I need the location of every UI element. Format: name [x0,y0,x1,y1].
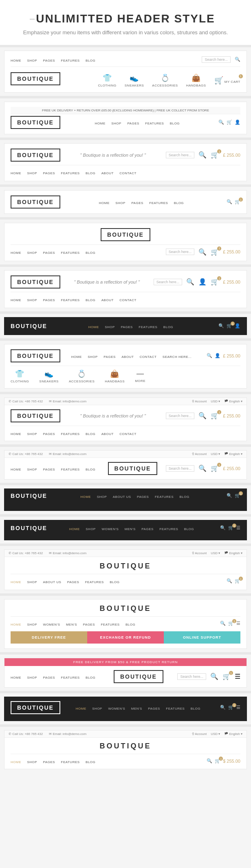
nav-mens-14[interactable]: MEN'S [66,623,77,626]
nav-shop-5[interactable]: SHOP [27,251,37,255]
menu-icon-15[interactable]: ☰ [235,673,240,680]
nav-shop-16[interactable]: SHOP [92,707,102,710]
delivery-btn[interactable]: DELIVERY FREE [11,631,87,644]
nav-home-15[interactable]: HOME [11,676,21,679]
cart-16[interactable]: 🛒 1 [228,705,234,710]
cat-sneakers[interactable]: 👟 SNEAKERS [125,73,144,87]
cart-9[interactable]: 🛒 1 [211,412,219,420]
user-icon-2[interactable]: 👤 [235,120,240,125]
nav-shop-14[interactable]: SHOP [27,623,37,626]
nav-features-5[interactable]: FEATURES [61,251,80,255]
logo-3[interactable]: BOUTIQUE [11,149,60,162]
nav-pages-5[interactable]: PAGES [43,251,55,255]
search-icon-5[interactable]: 🔍 [198,248,207,256]
email-17[interactable]: ✉ Email: info@demo.com [49,732,86,736]
nav-home-9[interactable]: HOME [11,432,21,436]
nav-home-17[interactable]: HOME [11,760,21,764]
search-input-9[interactable]: Search here... [166,413,195,419]
nav-pages-6[interactable]: PAGES [43,298,55,302]
menu-icon-12[interactable]: ☰ [236,525,240,531]
search-input-3[interactable]: Search here... [166,152,195,158]
nav-shop-2[interactable]: SHOP [111,122,121,125]
user-icon-8[interactable]: 👤 [215,353,220,358]
cat-handbags-8[interactable]: 👜 HANDBAGS [105,369,125,383]
nav-pages-4[interactable]: PAGES [131,201,143,205]
logo-11[interactable]: BOUTIQUE [11,493,47,499]
nav-blog-2[interactable]: BLOG [170,122,180,125]
nav-home-12[interactable]: HOME [69,527,80,531]
search-icon-4[interactable]: 🔍 [227,199,232,204]
nav-pages-8[interactable]: PAGES [103,355,115,359]
nav-features-14[interactable]: FEATURES [101,623,119,626]
email-9[interactable]: ✉ Email: info@demo.com [49,400,86,403]
nav-home-10[interactable]: HOME [11,468,21,471]
cart-17[interactable]: 🛒 1 [215,758,220,764]
logo-8[interactable]: BOUTIQUE [11,349,60,362]
logo-9[interactable]: BOUTIQUE [11,409,60,422]
logo-13[interactable]: BOUTIQUE [99,562,151,571]
nav-home-2[interactable]: HOME [95,122,106,125]
nav-contact-3[interactable]: CONTACT [119,171,137,175]
nav-shop-10[interactable]: SHOP [27,468,37,471]
cart-11[interactable]: 🛒 1 [235,493,240,498]
nav-features-8[interactable]: ABOUT [121,355,134,359]
email-10[interactable]: ✉ Email: info@demo.com [49,452,86,456]
nav-home-6[interactable]: HOME [11,298,21,302]
nav-blog-8[interactable]: CONTACT [140,355,157,359]
nav-aboutus-13[interactable]: ABOUT US [43,580,62,584]
cat-cart[interactable]: 🛒 1 MY CART [214,76,240,85]
cart-15[interactable]: 🛒 1 [222,673,231,680]
currency-9[interactable]: USD ▾ [211,400,220,403]
nav-home-14[interactable]: HOME [11,623,21,626]
account-13[interactable]: ⚲ Account [192,551,207,555]
nav-shop-12[interactable]: SHOP [86,527,96,531]
nav-features-15[interactable]: FEATURES [61,676,80,679]
nav-pages-10[interactable]: PAGES [43,468,55,471]
nav-features-12[interactable]: FEATURES [159,527,178,531]
nav-shop-1[interactable]: SHOP [27,59,37,62]
search-icon-13[interactable]: 🔍 [227,578,232,584]
nav-shop-15[interactable]: SHOP [27,676,37,679]
nav-pages-1[interactable]: PAGES [43,59,55,62]
search-icon-16[interactable]: 🔍 [220,705,226,710]
search-input-15[interactable]: Search here... [177,673,206,680]
nav-pages-2[interactable]: PAGES [127,122,139,125]
search-icon-14[interactable]: 🔍 [220,621,226,626]
nav-about-6[interactable]: ABOUT [101,298,114,302]
cart-4[interactable]: 🛒 1 [235,199,240,204]
nav-pages-13[interactable]: PAGES [67,580,79,584]
search-icon-6[interactable]: 🔍 [186,278,194,286]
nav-contact-9[interactable]: CONTACT [119,432,137,436]
nav-pages-3[interactable]: PAGES [43,171,55,175]
nav-blog-9[interactable]: BLOG [86,432,95,436]
nav-pages-17[interactable]: PAGES [43,760,55,764]
nav-home-16[interactable]: HOME [76,707,86,710]
nav-blog-15[interactable]: BLOG [86,676,95,679]
phone-17[interactable]: ✆ Call Us: +86 765 432 [9,732,43,736]
nav-about-9[interactable]: ABOUT [101,432,114,436]
nav-blog-5[interactable]: BLOG [86,251,95,255]
nav-blog-6[interactable]: BLOG [86,298,95,302]
nav-blog-4[interactable]: BLOG [174,201,184,205]
search-icon-8[interactable]: 🔍 [207,353,212,358]
phone-13[interactable]: ✆ Call Us: +86 765 432 [9,551,43,555]
cat-clothing-8[interactable]: 👕 CLOTHING [11,369,29,383]
nav-blog-17[interactable]: BLOG [86,760,95,764]
nav-features-7[interactable]: FEATURES [139,325,157,329]
language-13[interactable]: 🏴 English ▾ [224,551,242,555]
currency-13[interactable]: USD ▾ [211,551,220,555]
cat-sneakers-8[interactable]: 👟 SNEAKERS [39,369,59,383]
exchange-btn[interactable]: EXCHANGE OR REFUND [87,631,164,644]
nav-blog-12[interactable]: BLOG [184,527,194,531]
nav-shop-4[interactable]: SHOP [115,201,126,205]
nav-pages-7[interactable]: PAGES [121,325,132,329]
search-input-6[interactable]: Search here... [154,279,183,285]
nav-blog-10[interactable]: BLOG [86,468,95,471]
nav-home-5[interactable]: HOME [11,251,21,255]
currency-10[interactable]: USD ▾ [211,452,220,456]
language-17[interactable]: 🏴 English ▾ [224,732,242,736]
email-13[interactable]: ✉ Email: info@demo.com [49,551,86,555]
search-input-10[interactable]: Search here... [166,465,195,472]
nav-extra-8[interactable]: SEARCH HERE... [163,355,192,359]
cat-clothing[interactable]: 👕 CLOTHING [98,73,116,87]
